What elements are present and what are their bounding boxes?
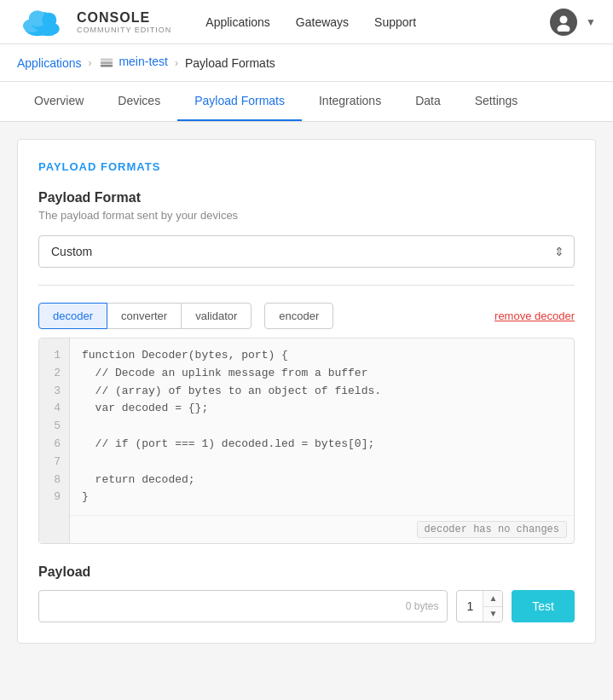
code-status-badge: decoder has no changes xyxy=(417,521,567,538)
payload-format-title: Payload Format xyxy=(38,190,575,205)
breadcrumb-app-label: mein-test xyxy=(119,55,168,68)
port-value: 1 xyxy=(457,599,483,613)
main-content: PAYLOAD FORMATS Payload Format The paylo… xyxy=(0,122,613,661)
tab-overview[interactable]: Overview xyxy=(17,82,101,121)
line-num: 7 xyxy=(48,454,61,471)
nav-applications[interactable]: Applications xyxy=(205,15,270,29)
tab-payload-formats[interactable]: Payload Formats xyxy=(177,82,302,121)
port-decrement[interactable]: ▼ xyxy=(483,607,502,622)
format-select[interactable]: Custom Cayenne LPP None xyxy=(38,235,575,268)
svg-point-7 xyxy=(558,25,570,32)
payload-input-wrapper: 0 bytes xyxy=(38,590,448,622)
port-arrows: ▲ ▼ xyxy=(483,591,502,622)
user-icon xyxy=(554,13,573,32)
payload-section: Payload 0 bytes 1 ▲ ▼ Test xyxy=(38,564,575,622)
brand-subtitle: COMMUNITY EDITION xyxy=(77,26,171,34)
code-text[interactable]: function Decoder(bytes, port) { // Decod… xyxy=(70,338,574,515)
svg-rect-8 xyxy=(100,64,112,67)
nav-links: Applications Gateways Support xyxy=(205,15,550,29)
divider xyxy=(38,285,575,286)
avatar[interactable] xyxy=(550,9,577,36)
line-num: 1 xyxy=(48,347,61,365)
breadcrumb-current: Payload Formats xyxy=(185,56,275,70)
line-num: 4 xyxy=(48,400,61,418)
tab-integrations[interactable]: Integrations xyxy=(302,82,398,121)
line-num: 2 xyxy=(48,365,61,383)
remove-decoder-link[interactable]: remove decoder xyxy=(494,310,575,322)
nav-right: ▼ xyxy=(550,9,596,36)
brand-title: CONSOLE xyxy=(77,10,171,26)
code-tab-converter[interactable]: converter xyxy=(107,303,182,329)
payload-formats-card: PAYLOAD FORMATS Payload Format The paylo… xyxy=(17,139,596,644)
top-nav: CONSOLE COMMUNITY EDITION Applications G… xyxy=(0,0,613,44)
payload-format-description: The payload format sent by your devices xyxy=(38,209,575,222)
payload-input-row: 0 bytes 1 ▲ ▼ Test xyxy=(38,590,575,622)
line-num: 9 xyxy=(48,489,61,506)
logo[interactable]: CONSOLE COMMUNITY EDITION xyxy=(17,7,171,38)
code-tab-encoder[interactable]: encoder xyxy=(264,303,333,329)
line-num: 6 xyxy=(48,436,61,454)
breadcrumb-sep-1: › xyxy=(89,57,92,69)
brand-text: CONSOLE COMMUNITY EDITION xyxy=(77,10,171,34)
payload-title: Payload xyxy=(38,564,575,580)
svg-rect-9 xyxy=(100,61,112,64)
payload-input[interactable] xyxy=(39,600,406,613)
tab-devices[interactable]: Devices xyxy=(101,82,177,121)
line-num: 5 xyxy=(48,418,61,436)
svg-rect-10 xyxy=(100,58,112,61)
chevron-down-icon[interactable]: ▼ xyxy=(586,16,596,28)
svg-point-5 xyxy=(42,12,56,26)
tabs-bar: Overview Devices Payload Formats Integra… xyxy=(0,82,613,122)
line-numbers: 1 2 3 4 5 6 7 8 9 xyxy=(39,338,70,543)
payload-bytes-badge: 0 bytes xyxy=(406,600,448,612)
breadcrumb-applications[interactable]: Applications xyxy=(17,56,82,70)
layers-icon xyxy=(99,55,114,71)
code-tabs-row: decoder converter validator encoder remo… xyxy=(38,303,575,329)
svg-point-6 xyxy=(560,15,568,23)
code-footer: decoder has no changes xyxy=(70,515,574,543)
code-body[interactable]: function Decoder(bytes, port) { // Decod… xyxy=(70,338,574,543)
breadcrumb-app-name[interactable]: mein-test xyxy=(99,55,168,70)
code-editor: 1 2 3 4 5 6 7 8 9 function Decoder(bytes… xyxy=(38,338,575,544)
port-increment[interactable]: ▲ xyxy=(483,591,502,607)
line-num: 8 xyxy=(48,471,61,489)
format-select-wrapper: Custom Cayenne LPP None ⇕ xyxy=(38,235,575,268)
breadcrumb: Applications › mein-test › Payload Forma… xyxy=(0,44,613,82)
section-title: PAYLOAD FORMATS xyxy=(38,160,575,173)
cloud-logo-icon xyxy=(17,7,68,38)
breadcrumb-sep-2: › xyxy=(175,57,178,69)
code-tab-validator[interactable]: validator xyxy=(181,303,252,329)
test-button[interactable]: Test xyxy=(512,590,575,622)
nav-gateways[interactable]: Gateways xyxy=(296,15,349,29)
line-num: 3 xyxy=(48,383,61,401)
tab-data[interactable]: Data xyxy=(398,82,458,121)
nav-support[interactable]: Support xyxy=(374,15,416,29)
port-spinner: 1 ▲ ▼ xyxy=(456,590,503,622)
code-tab-group-1: decoder converter validator encoder xyxy=(38,303,333,329)
tab-settings[interactable]: Settings xyxy=(458,82,535,121)
code-tab-decoder[interactable]: decoder xyxy=(38,303,107,329)
